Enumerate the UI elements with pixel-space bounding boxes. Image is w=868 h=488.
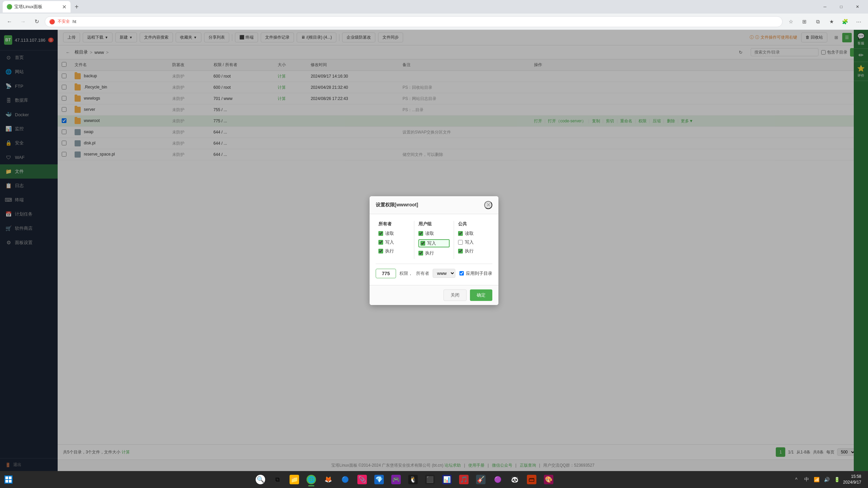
taskbar-app12[interactable]: 🐼: [507, 472, 522, 487]
tab-close-btn[interactable]: ✕: [62, 4, 66, 10]
app4-icon: 💎: [374, 475, 384, 484]
taskbar-app2[interactable]: 🔵: [338, 472, 353, 487]
taskbar-clock[interactable]: 15:58 2024/9/17: [843, 474, 864, 485]
search-icon: 🔍: [256, 475, 265, 484]
app6-icon: 🐧: [408, 475, 418, 484]
tray-volume[interactable]: 🔊: [823, 475, 831, 484]
extensions-btn[interactable]: 🧩: [840, 16, 850, 27]
forward-btn[interactable]: →: [18, 16, 28, 27]
modal-overlay: 设置权限[wwwroot] ✕ 所有者 读取 写入: [0, 30, 868, 471]
taskbar-app8[interactable]: 📊: [439, 472, 454, 487]
tray-lang[interactable]: 中: [803, 475, 811, 484]
taskbar-browser[interactable]: 🌐: [304, 472, 319, 487]
public-read-checkbox[interactable]: [458, 231, 463, 236]
taskbar-app6[interactable]: 🐧: [406, 472, 420, 487]
app2-icon: 🔵: [340, 475, 350, 484]
window-minimize-btn[interactable]: ─: [817, 1, 833, 12]
app14-icon: 🎨: [544, 475, 553, 484]
perm-row: 权限， 所有者 www 应用到子目录: [376, 264, 492, 278]
public-group-title: 公共: [458, 221, 490, 227]
group-write-checkbox[interactable]: [420, 241, 425, 246]
taskbar-taskview[interactable]: ⧉: [270, 472, 285, 487]
app5-icon: 🎮: [391, 475, 401, 484]
perm-code-input[interactable]: [376, 269, 396, 278]
group-group-title: 用户组: [418, 221, 450, 227]
browser-icon: 🌐: [307, 475, 316, 484]
permission-modal: 设置权限[wwwroot] ✕ 所有者 读取 写入: [370, 196, 498, 305]
taskbar-apps: 🔍 ⧉ 📁 🌐 🦊 🔵 📎 💎 🎮 🐧 ⬛: [17, 472, 792, 487]
public-write-checkbox[interactable]: [458, 240, 463, 245]
perm-groups: 所有者 读取 写入 执行: [376, 221, 492, 259]
modal-close-btn[interactable]: ✕: [484, 201, 492, 209]
tray-battery[interactable]: 🔋: [833, 475, 841, 484]
taskview-icon: ⧉: [273, 475, 282, 484]
tray-wifi[interactable]: 📶: [813, 475, 821, 484]
confirm-btn[interactable]: 确定: [470, 289, 492, 301]
tab-bar: 🌿 宝塔Linux面板 ✕ + ─ □ ✕: [0, 0, 868, 14]
taskbar-tray: ^ 中 📶 🔊 🔋 15:58 2024/9/17: [792, 474, 868, 485]
owner-select[interactable]: www: [433, 269, 455, 278]
owner-group-title: 所有者: [378, 221, 410, 227]
start-btn[interactable]: [0, 475, 17, 484]
taskbar: 🔍 ⧉ 📁 🌐 🦊 🔵 📎 💎 🎮 🐧 ⬛: [0, 471, 868, 488]
taskbar-app10[interactable]: 🎸: [473, 472, 488, 487]
group-write-check: 写入: [418, 239, 450, 247]
perm-divider2: [454, 221, 454, 259]
public-exec-check: 执行: [458, 248, 490, 254]
bookmark-star-btn[interactable]: ☆: [785, 16, 796, 27]
favorites-btn[interactable]: ★: [826, 16, 837, 27]
taskbar-app5[interactable]: 🎮: [389, 472, 403, 487]
taskbar-app4[interactable]: 💎: [372, 472, 387, 487]
group-read-checkbox[interactable]: [418, 231, 423, 236]
owner-read-checkbox[interactable]: [378, 231, 383, 236]
apply-subdirs-label: 应用到子目录: [459, 270, 492, 277]
taskbar-app1[interactable]: 🦊: [321, 472, 336, 487]
app3-icon: 📎: [357, 475, 367, 484]
owner-exec-check: 执行: [378, 248, 410, 254]
window-close-btn[interactable]: ✕: [850, 1, 865, 12]
browser-tab[interactable]: 🌿 宝塔Linux面板 ✕: [3, 1, 71, 13]
taskbar-search[interactable]: 🔍: [253, 472, 268, 487]
address-text: ht: [73, 19, 76, 24]
app7-icon: ⬛: [425, 475, 435, 484]
taskbar-explorer[interactable]: 📁: [287, 472, 302, 487]
public-read-check: 读取: [458, 230, 490, 237]
group-read-check: 读取: [418, 230, 450, 237]
tray-chevron[interactable]: ^: [792, 475, 801, 484]
owner-label: 所有者: [416, 270, 429, 277]
modal-header: 设置权限[wwwroot] ✕: [370, 196, 498, 214]
owner-exec-checkbox[interactable]: [378, 249, 383, 253]
app1-icon: 🦊: [323, 475, 333, 484]
taskbar-app9[interactable]: 🎵: [456, 472, 471, 487]
menu-btn[interactable]: ⋯: [853, 16, 864, 27]
public-group: 公共 读取 写入 执行: [455, 221, 492, 259]
group-exec-checkbox[interactable]: [418, 251, 423, 256]
security-label: 不安全: [58, 19, 70, 24]
explorer-icon: 📁: [290, 475, 299, 484]
back-btn[interactable]: ←: [4, 16, 15, 27]
apply-subdirs-checkbox[interactable]: [459, 271, 464, 276]
owner-read-check: 读取: [378, 230, 410, 237]
windows-logo-icon: [4, 475, 13, 484]
owner-group: 所有者 读取 写入 执行: [376, 221, 413, 259]
taskbar-app13[interactable]: 🗃: [524, 472, 539, 487]
taskbar-app7[interactable]: ⬛: [422, 472, 437, 487]
split-screen-btn[interactable]: ⧉: [812, 16, 823, 27]
taskbar-app11[interactable]: 🟣: [490, 472, 505, 487]
address-bar[interactable]: 🔴 不安全 ht: [45, 16, 783, 27]
cancel-btn[interactable]: 关闭: [443, 289, 467, 301]
perm-label: 权限，: [399, 270, 413, 277]
taskbar-app14[interactable]: 🎨: [541, 472, 556, 487]
app10-icon: 🎸: [476, 475, 486, 484]
taskbar-app3[interactable]: 📎: [355, 472, 370, 487]
window-maximize-btn[interactable]: □: [833, 1, 849, 12]
new-tab-btn[interactable]: +: [72, 2, 81, 12]
reload-btn[interactable]: ↻: [31, 16, 42, 27]
owner-write-checkbox[interactable]: [378, 240, 383, 245]
tab-search-btn[interactable]: ⊞: [799, 16, 810, 27]
app12-icon: 🐼: [510, 475, 519, 484]
modal-footer: 关闭 确定: [370, 285, 498, 305]
tab-favicon: 🌿: [7, 4, 12, 9]
public-exec-checkbox[interactable]: [458, 249, 463, 253]
browser-nav: ← → ↻ 🔴 不安全 ht ☆ ⊞ ⧉ ★ 🧩 ⋯: [0, 14, 868, 30]
